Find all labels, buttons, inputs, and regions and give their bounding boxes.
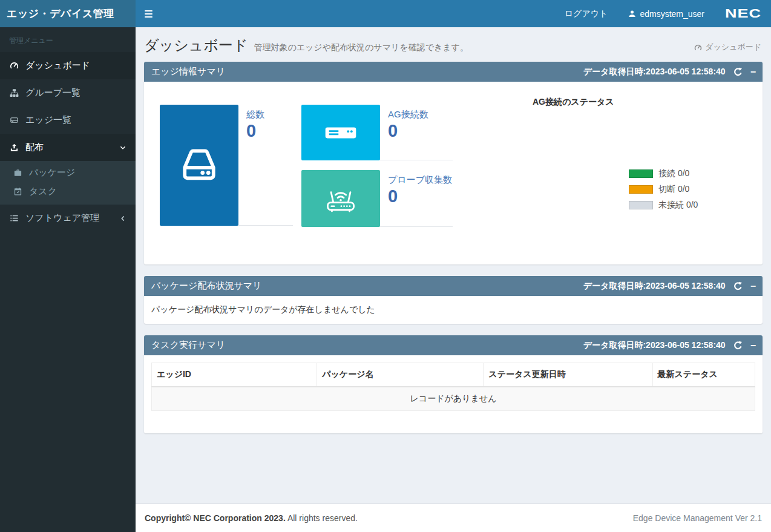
calendar-check-icon	[13, 187, 22, 196]
user-icon	[628, 10, 636, 18]
chart-title: AG接続のステータス	[533, 97, 614, 108]
sidebar: 管理メニュー ダッシュボード グループ一覧 エッジ一覧 配布	[0, 27, 136, 532]
legend-item-disconnected: 切断 0/0	[629, 184, 698, 195]
username-label: edmsystem_user	[640, 9, 704, 19]
sidebar-item-tasks[interactable]: タスク	[0, 182, 136, 201]
sidebar-item-label: エッジ一覧	[25, 114, 71, 126]
sidebar-item-deploy[interactable]: 配布	[0, 134, 136, 161]
legend-swatch	[629, 201, 653, 209]
app-brand[interactable]: エッジ・デバイス管理	[0, 0, 136, 27]
sidebar-item-label: パッケージ	[29, 167, 75, 179]
table-row: レコードがありません	[152, 387, 755, 411]
task-summary-body: エッジID パッケージ名 ステータス更新日時 最新ステータス レコードがありませ…	[144, 355, 763, 433]
package-summary-panel: パッケージ配布状況サマリ データ取得日時:2023-06-05 12:58:40…	[144, 276, 763, 324]
app-root: エッジ・デバイス管理 ログアウト edmsystem_user NEC	[0, 0, 771, 532]
content-header: ダッシュボード管理対象のエッジや配布状況のサマリを確認できます。 ダッシュボード	[136, 27, 771, 62]
refresh-button[interactable]	[733, 341, 743, 350]
collapse-button[interactable]: −	[750, 281, 756, 291]
probe-collection-card: プローブ収集数 0	[301, 170, 453, 227]
sidebar-section-label: 管理メニュー	[0, 27, 136, 52]
hdd-icon	[9, 116, 19, 125]
content-wrapper: ダッシュボード管理対象のエッジや配布状況のサマリを確認できます。 ダッシュボード…	[136, 27, 771, 504]
panel-title: パッケージ配布状況サマリ	[151, 280, 261, 292]
panel-tools: データ取得日時:2023-06-05 12:58:40 −	[583, 67, 756, 77]
hdd-large-icon	[160, 105, 238, 226]
sidebar-item-dashboard[interactable]: ダッシュボード	[0, 52, 136, 79]
refresh-button[interactable]	[733, 67, 743, 76]
briefcase-icon	[13, 168, 22, 177]
task-summary-table: エッジID パッケージ名 ステータス更新日時 最新ステータス レコードがありませ…	[151, 363, 755, 411]
panel-tools: データ取得日時:2023-06-05 12:58:40 −	[583, 340, 756, 351]
sidebar-item-label: タスク	[29, 186, 57, 197]
hamburger-icon	[145, 13, 153, 15]
column-header-status-updated: ステータス更新日時	[484, 363, 652, 387]
column-header-package-name: パッケージ名	[317, 363, 484, 387]
package-summary-header: パッケージ配布状況サマリ データ取得日時:2023-06-05 12:58:40…	[144, 276, 763, 296]
app-brand-label: エッジ・デバイス管理	[7, 7, 114, 21]
sidebar-item-label: ダッシュボード	[25, 60, 90, 71]
sidebar-item-groups[interactable]: グループ一覧	[0, 79, 136, 107]
main-content: エッジ情報サマリ データ取得日時:2023-06-05 12:58:40 −	[136, 62, 771, 433]
column-header-latest-status: 最新ステータス	[652, 363, 755, 387]
ag-connection-card: AG接続数 0	[301, 105, 453, 160]
list-icon	[9, 214, 19, 223]
stat-label: 総数	[246, 109, 293, 120]
main-header: エッジ・デバイス管理 ログアウト edmsystem_user NEC	[0, 0, 771, 27]
column-header-edge-id: エッジID	[152, 363, 317, 387]
stat-label: プローブ収集数	[388, 174, 453, 186]
footer-version: Edge Device Management Ver 2.1	[633, 513, 762, 523]
breadcrumb[interactable]: ダッシュボード	[694, 42, 761, 53]
sidebar-item-edges[interactable]: エッジ一覧	[0, 107, 136, 134]
sidebar-item-label: グループ一覧	[25, 87, 80, 99]
sitemap-icon	[9, 88, 19, 97]
sidebar-item-software[interactable]: ソフトウェア管理	[0, 205, 136, 232]
card-right: AG接続数 0	[380, 105, 453, 160]
data-timestamp: データ取得日時:2023-06-05 12:58:40	[583, 67, 726, 77]
task-summary-panel: タスク実行サマリ データ取得日時:2023-06-05 12:58:40 − エ	[144, 335, 763, 433]
page-subtitle: 管理対象のエッジや配布状況のサマリを確認できます。	[254, 42, 468, 52]
sidebar-toggle-button[interactable]	[145, 10, 157, 18]
total-count-card: 総数 0	[160, 105, 293, 226]
package-summary-empty-message: パッケージ配布状況サマリのデータが存在しませんでした	[144, 296, 763, 324]
collapse-button[interactable]: −	[750, 67, 756, 77]
stat-value: 0	[388, 186, 453, 206]
data-timestamp: データ取得日時:2023-06-05 12:58:40	[583, 281, 726, 292]
page-title: ダッシュボード	[144, 37, 248, 53]
stat-value: 0	[388, 121, 453, 141]
router-icon	[301, 170, 380, 227]
navbar-right: ログアウト edmsystem_user NEC	[565, 5, 761, 22]
stat-value: 0	[246, 121, 293, 141]
gauge-icon	[9, 61, 19, 70]
user-menu[interactable]: edmsystem_user	[628, 9, 704, 19]
panel-title: タスク実行サマリ	[151, 340, 225, 351]
refresh-button[interactable]	[733, 281, 743, 291]
collapse-button[interactable]: −	[750, 341, 756, 350]
legend-swatch	[629, 185, 653, 194]
logout-link[interactable]: ログアウト	[565, 8, 608, 19]
chevron-left-icon	[119, 215, 126, 222]
table-header-row: エッジID パッケージ名 ステータス更新日時 最新ステータス	[152, 363, 755, 387]
chart-legend: 接続 0/0 切断 0/0 未接続 0/0	[629, 168, 698, 215]
deploy-submenu: パッケージ タスク	[0, 161, 136, 205]
panel-tools: データ取得日時:2023-06-05 12:58:40 −	[583, 281, 756, 292]
device-icon	[301, 105, 380, 160]
sidebar-item-packages[interactable]: パッケージ	[0, 163, 136, 182]
sidebar-item-label: 配布	[25, 142, 44, 153]
legend-item-notconnected: 未接続 0/0	[629, 200, 698, 211]
sidebar-item-label: ソフトウェア管理	[25, 212, 99, 224]
nec-logo: NEC	[725, 7, 761, 20]
legend-item-connected: 接続 0/0	[629, 168, 698, 179]
chevron-down-icon	[119, 144, 126, 151]
main-footer: Copyright© NEC Corporation 2023. All rig…	[136, 504, 771, 532]
edge-summary-header: エッジ情報サマリ データ取得日時:2023-06-05 12:58:40 −	[144, 62, 763, 82]
panel-title: エッジ情報サマリ	[151, 66, 225, 77]
footer-copyright: Copyright© NEC Corporation 2023. All rig…	[145, 513, 358, 523]
top-navbar: ログアウト edmsystem_user NEC	[136, 0, 771, 27]
stat-label: AG接続数	[388, 109, 453, 120]
hamburger-icon	[145, 10, 153, 11]
empty-records-message: レコードがありません	[152, 387, 755, 411]
breadcrumb-label: ダッシュボード	[705, 42, 761, 53]
card-right: 総数 0	[238, 105, 293, 226]
task-summary-header: タスク実行サマリ データ取得日時:2023-06-05 12:58:40 −	[144, 335, 763, 355]
data-timestamp: データ取得日時:2023-06-05 12:58:40	[583, 340, 726, 351]
